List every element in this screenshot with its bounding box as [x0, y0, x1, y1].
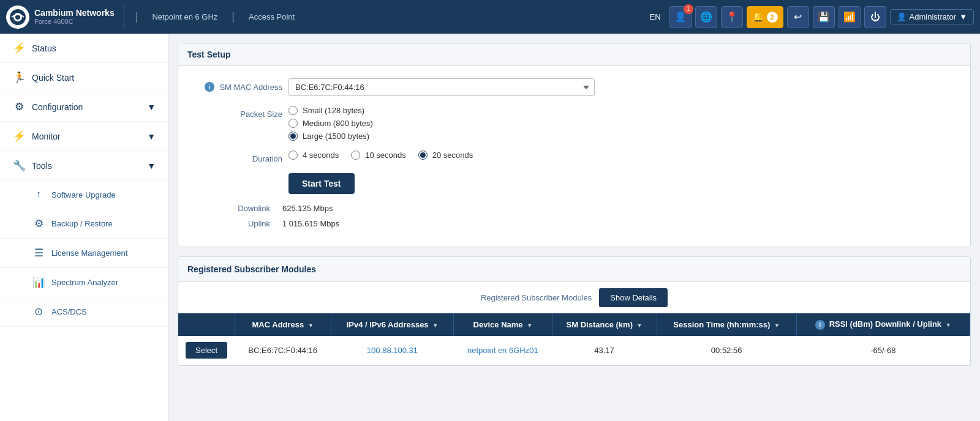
test-setup-body: i SM MAC Address BC:E6:7C:F0:44:16 Packe… — [178, 66, 970, 247]
start-test-button[interactable]: Start Test — [288, 173, 355, 194]
sidebar-label-license: License Management — [51, 248, 127, 258]
sm-mac-select[interactable]: BC:E6:7C:F0:44:16 — [288, 78, 595, 96]
main-layout: ⚡ Status 🏃 Quick Start ⚙ Configuration ▼… — [0, 34, 980, 421]
sidebar-item-status[interactable]: ⚡ Status — [0, 34, 168, 63]
col-session: Session Time (hh:mm:ss) ▼ — [657, 313, 796, 336]
location-icon: 📍 — [726, 11, 738, 23]
col-mac: MAC Address ▼ — [235, 313, 331, 336]
col-distance: SM Distance (km) ▼ — [552, 313, 657, 336]
sidebar-item-configuration[interactable]: ⚙ Configuration ▼ — [0, 92, 168, 122]
downlink-label: Downlink — [190, 204, 282, 213]
save-icon: 💾 — [818, 11, 830, 23]
rsm-controls: Registered Subscriber Modules Show Detai… — [178, 282, 970, 313]
sidebar-item-monitor[interactable]: ⚡ Monitor ▼ — [0, 122, 168, 151]
row-ipv4-cell[interactable]: 100.88.100.31 — [331, 336, 453, 365]
top-navigation: Cambium Networks Force 4600C | Netpoint … — [0, 0, 980, 34]
row-mac-cell: BC:E6:7C:F0:44:16 — [235, 336, 331, 365]
power-button[interactable]: ⏻ — [864, 6, 886, 28]
duration-10s-radio[interactable] — [351, 151, 360, 160]
globe-icon-button[interactable]: 🌐 — [695, 6, 717, 28]
show-details-button[interactable]: Show Details — [599, 288, 668, 307]
row-session-cell: 00:52:56 — [657, 336, 796, 365]
sidebar-item-acs-dcs[interactable]: ⊙ ACS/DCS — [0, 297, 168, 327]
packet-medium-option[interactable]: Medium (800 bytes) — [288, 119, 958, 128]
rsm-controls-label: Registered Subscriber Modules — [481, 293, 592, 302]
location-icon-button[interactable]: 📍 — [721, 6, 743, 28]
sidebar-label-quick-start: Quick Start — [32, 73, 74, 83]
duration-20s-option[interactable]: 20 seconds — [418, 151, 473, 160]
col-device-filter-icon: ▼ — [527, 322, 532, 329]
save-button[interactable]: 💾 — [813, 6, 835, 28]
refresh-button[interactable]: ↩ — [787, 6, 809, 28]
quick-start-icon: 🏃 — [12, 71, 26, 84]
packet-large-option[interactable]: Large (1500 bytes) — [288, 132, 958, 141]
sidebar-label-tools: Tools — [32, 161, 52, 171]
stats-button[interactable]: 📶 — [839, 6, 861, 28]
backup-restore-icon: ⚙ — [32, 217, 45, 230]
admin-user-icon: 👤 — [897, 12, 907, 21]
row-select-button[interactable]: Select — [186, 342, 227, 359]
col-distance-filter-icon: ▼ — [637, 322, 643, 329]
packet-small-option[interactable]: Small (128 bytes) — [288, 106, 958, 115]
software-upgrade-icon: ↑ — [32, 188, 45, 201]
duration-options: 4 seconds 10 seconds 20 seconds — [288, 151, 958, 160]
user-icon-button[interactable]: 👤 1 — [669, 6, 692, 28]
duration-4s-radio[interactable] — [288, 151, 298, 160]
alert-button[interactable]: 🔔 2 — [747, 6, 783, 28]
col-select — [178, 313, 235, 336]
sidebar-label-software-upgrade: Software Upgrade — [51, 190, 116, 199]
duration-20s-label: 20 seconds — [432, 151, 473, 160]
sidebar-label-spectrum: Spectrum Analyzer — [51, 278, 118, 287]
packet-large-radio[interactable] — [288, 132, 298, 141]
rsm-table: MAC Address ▼ IPv4 / IPv6 Addresses ▼ De… — [178, 313, 970, 365]
duration-10s-label: 10 seconds — [365, 151, 406, 160]
sm-mac-control: BC:E6:7C:F0:44:16 — [288, 78, 958, 96]
duration-10s-option[interactable]: 10 seconds — [351, 151, 406, 160]
row-select-cell: Select — [178, 336, 235, 365]
row-distance-cell: 43.17 — [552, 336, 657, 365]
stats-icon: 📶 — [843, 11, 856, 23]
spectrum-icon: 📊 — [32, 276, 45, 289]
nav-sep-2: | — [227, 10, 239, 23]
packet-size-label: Packet Size — [190, 106, 282, 119]
sidebar-item-quick-start[interactable]: 🏃 Quick Start — [0, 63, 168, 92]
col-rssi-filter-icon: ▼ — [946, 322, 951, 328]
brand-name: Cambium Networks — [34, 8, 115, 18]
duration-4s-option[interactable]: 4 seconds — [288, 151, 339, 160]
admin-button[interactable]: 👤 Administrator ▼ — [890, 9, 974, 24]
col-session-filter-icon: ▼ — [774, 322, 780, 329]
test-setup-title: Test Setup — [178, 43, 970, 66]
tools-icon: 🔧 — [12, 159, 26, 172]
rsm-header-row: MAC Address ▼ IPv4 / IPv6 Addresses ▼ De… — [178, 313, 970, 336]
access-point-label: Access Point — [246, 12, 298, 21]
rsm-table-head: MAC Address ▼ IPv4 / IPv6 Addresses ▼ De… — [178, 313, 970, 336]
row-distance-value: 43.17 — [594, 346, 614, 355]
rsm-title: Registered Subscriber Modules — [187, 264, 316, 274]
sidebar-label-backup-restore: Backup / Restore — [51, 219, 113, 228]
sidebar-item-license-management[interactable]: ☰ License Management — [0, 239, 168, 268]
table-row: Select BC:E6:7C:F0:44:16 100.88.100.31 n… — [178, 336, 970, 365]
sidebar-item-spectrum-analyzer[interactable]: 📊 Spectrum Analyzer — [0, 268, 168, 297]
sm-mac-label: SM MAC Address — [219, 83, 282, 92]
rsm-card: Registered Subscriber Modules Registered… — [178, 256, 971, 366]
globe-icon: 🌐 — [700, 11, 712, 23]
sidebar-item-software-upgrade[interactable]: ↑ Software Upgrade — [0, 181, 168, 209]
duration-20s-radio[interactable] — [418, 151, 428, 160]
user-badge: 1 — [684, 4, 693, 14]
sidebar-item-backup-restore[interactable]: ⚙ Backup / Restore — [0, 209, 168, 239]
row-device-cell[interactable]: netpoint en 6GHz01 — [454, 336, 552, 365]
rssi-info-icon: i — [815, 320, 825, 330]
sidebar-label-acs-dcs: ACS/DCS — [51, 307, 87, 316]
license-icon: ☰ — [32, 247, 45, 259]
packet-medium-radio[interactable] — [288, 119, 298, 128]
status-icon: ⚡ — [12, 42, 26, 54]
tools-arrow-icon: ▼ — [147, 161, 156, 171]
sm-mac-label-container: i SM MAC Address — [190, 78, 282, 92]
packet-small-radio[interactable] — [288, 106, 298, 115]
sidebar-item-tools[interactable]: 🔧 Tools ▼ — [0, 151, 168, 181]
duration-4s-label: 4 seconds — [303, 151, 339, 160]
row-rssi-value: -65/-68 — [870, 346, 895, 355]
brand-text: Cambium Networks Force 4600C — [34, 8, 115, 26]
language-button[interactable]: EN — [644, 10, 665, 24]
sm-mac-info-icon: i — [205, 82, 214, 92]
